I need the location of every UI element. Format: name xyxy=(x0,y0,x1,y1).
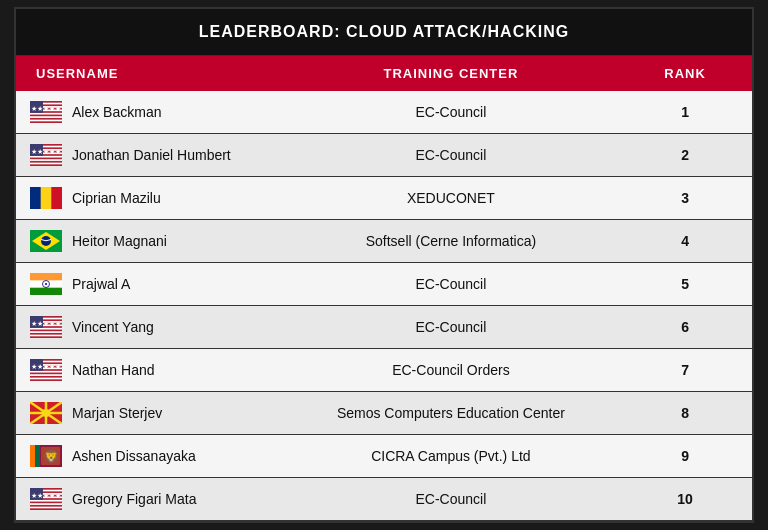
svg-rect-4 xyxy=(30,113,62,115)
svg-rect-20 xyxy=(30,187,41,209)
cell-username: 🦁 Ashen Dissanayaka xyxy=(16,435,284,477)
cell-rank: 7 xyxy=(618,349,752,391)
cell-rank: 2 xyxy=(618,134,752,176)
svg-rect-44 xyxy=(30,378,62,380)
table-row: Heitor Magnani Softsell (Cerne Informati… xyxy=(16,220,752,263)
svg-rect-14 xyxy=(30,159,62,161)
header-rank: RANK xyxy=(618,56,752,91)
table-row: ★★★★★★ Vincent Yang EC-Council 6 xyxy=(16,306,752,349)
cell-username: Ciprian Mazilu xyxy=(16,177,284,219)
cell-training-center: Semos Computers Education Center xyxy=(284,392,619,434)
cell-rank: 6 xyxy=(618,306,752,348)
username-text: Nathan Hand xyxy=(72,362,155,378)
svg-text:★★★★★★: ★★★★★★ xyxy=(31,148,62,155)
table-row: Ciprian Mazilu XEDUCONET 3 xyxy=(16,177,752,220)
cell-training-center: XEDUCONET xyxy=(284,177,619,219)
svg-rect-26 xyxy=(30,273,62,280)
table-row: 🦁 Ashen Dissanayaka CICRA Campus (Pvt.) … xyxy=(16,435,752,478)
cell-rank: 4 xyxy=(618,220,752,262)
username-text: Ciprian Mazilu xyxy=(72,190,161,206)
svg-rect-13 xyxy=(30,156,62,158)
flag-icon: ★★★★★★ xyxy=(30,316,62,338)
svg-rect-5 xyxy=(30,116,62,118)
table-row: Marjan Sterjev Semos Computers Education… xyxy=(16,392,752,435)
svg-text:🦁: 🦁 xyxy=(43,448,60,465)
svg-rect-15 xyxy=(30,163,62,165)
flag-icon xyxy=(30,402,62,424)
username-text: Marjan Sterjev xyxy=(72,405,162,421)
cell-training-center: EC-Council xyxy=(284,134,619,176)
username-text: Ashen Dissanayaka xyxy=(72,448,196,464)
cell-rank: 8 xyxy=(618,392,752,434)
flag-icon xyxy=(30,273,62,295)
leaderboard-title: LEADERBOARD: CLOUD ATTACK/HACKING xyxy=(16,9,752,56)
svg-rect-54 xyxy=(30,445,35,467)
svg-rect-6 xyxy=(30,120,62,122)
svg-rect-63 xyxy=(30,500,62,502)
flag-icon: ★★★★★★ xyxy=(30,488,62,510)
table-row: Prajwal A EC-Council 5 xyxy=(16,263,752,306)
cell-training-center: Softsell (Cerne Informatica) xyxy=(284,220,619,262)
svg-rect-35 xyxy=(30,335,62,337)
cell-username: Marjan Sterjev xyxy=(16,392,284,434)
svg-rect-33 xyxy=(30,328,62,330)
cell-username: ★★★★★★ Nathan Hand xyxy=(16,349,284,391)
username-text: Vincent Yang xyxy=(72,319,154,335)
cell-username: Heitor Magnani xyxy=(16,220,284,262)
flag-icon: 🦁 xyxy=(30,445,62,467)
header-training-center: TRAINING CENTER xyxy=(284,56,619,91)
cell-rank: 10 xyxy=(618,478,752,520)
username-text: Jonathan Daniel Humbert xyxy=(72,147,231,163)
username-text: Prajwal A xyxy=(72,276,130,292)
leaderboard-header: USERNAME TRAINING CENTER RANK xyxy=(16,56,752,91)
table-row: ★★★★★★ Nathan Hand EC-Council Orders 7 xyxy=(16,349,752,392)
cell-username: Prajwal A xyxy=(16,263,284,305)
cell-training-center: EC-Council xyxy=(284,306,619,348)
table-row: ★★★★★★ Gregory Figari Mata EC-Council 10 xyxy=(16,478,752,521)
svg-text:★★★★★★: ★★★★★★ xyxy=(31,320,62,327)
table-row: ★★★★★★ Alex Backman EC-Council 1 xyxy=(16,91,752,134)
cell-rank: 9 xyxy=(618,435,752,477)
flag-icon xyxy=(30,230,62,252)
cell-username: ★★★★★★ Gregory Figari Mata xyxy=(16,478,284,520)
cell-training-center: EC-Council xyxy=(284,91,619,133)
cell-rank: 1 xyxy=(618,91,752,133)
table-row: ★★★★★★ Jonathan Daniel Humbert EC-Counci… xyxy=(16,134,752,177)
cell-training-center: EC-Council xyxy=(284,263,619,305)
svg-rect-42 xyxy=(30,371,62,373)
flag-icon xyxy=(30,187,62,209)
username-text: Alex Backman xyxy=(72,104,161,120)
cell-training-center: EC-Council xyxy=(284,478,619,520)
flag-icon: ★★★★★★ xyxy=(30,144,62,166)
flag-icon: ★★★★★★ xyxy=(30,101,62,123)
cell-username: ★★★★★★ Alex Backman xyxy=(16,91,284,133)
leaderboard-body: ★★★★★★ Alex Backman EC-Council 1 ★★★★★★ … xyxy=(16,91,752,521)
username-text: Heitor Magnani xyxy=(72,233,167,249)
svg-text:★★★★★★: ★★★★★★ xyxy=(31,105,62,112)
svg-rect-55 xyxy=(35,445,40,467)
svg-rect-43 xyxy=(30,374,62,376)
svg-rect-65 xyxy=(30,507,62,509)
svg-rect-34 xyxy=(30,331,62,333)
cell-training-center: EC-Council Orders xyxy=(284,349,619,391)
svg-rect-64 xyxy=(30,503,62,505)
cell-training-center: CICRA Campus (Pvt.) Ltd xyxy=(284,435,619,477)
svg-point-28 xyxy=(45,283,47,285)
header-username: USERNAME xyxy=(16,56,284,91)
cell-username: ★★★★★★ Jonathan Daniel Humbert xyxy=(16,134,284,176)
cell-rank: 5 xyxy=(618,263,752,305)
username-text: Gregory Figari Mata xyxy=(72,491,196,507)
flag-icon: ★★★★★★ xyxy=(30,359,62,381)
cell-rank: 3 xyxy=(618,177,752,219)
svg-text:★★★★★★: ★★★★★★ xyxy=(31,363,62,370)
cell-username: ★★★★★★ Vincent Yang xyxy=(16,306,284,348)
leaderboard-container: LEADERBOARD: CLOUD ATTACK/HACKING USERNA… xyxy=(14,7,754,523)
svg-text:★★★★★★: ★★★★★★ xyxy=(31,492,62,499)
